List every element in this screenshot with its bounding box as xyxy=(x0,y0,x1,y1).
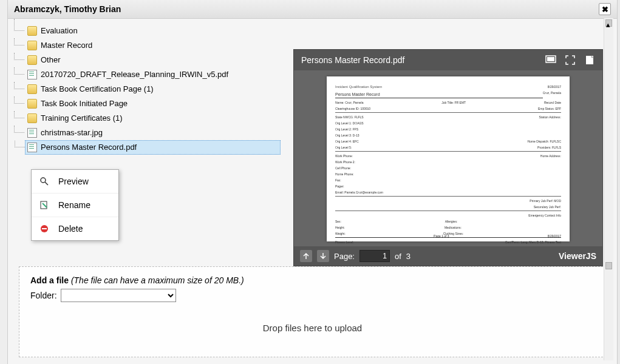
doc-system: Incident Qualification System xyxy=(335,85,382,89)
download-icon[interactable] xyxy=(584,55,595,66)
context-menu: Preview Rename Delete xyxy=(31,169,119,241)
folder-icon xyxy=(27,55,37,65)
tree-item-master-record[interactable]: Master Record xyxy=(25,38,281,53)
context-delete[interactable]: Delete xyxy=(32,217,118,240)
main-area: Evaluation Master Record Other 20170720_… xyxy=(8,19,617,261)
doc-heading: Persons Master Record xyxy=(335,92,543,98)
tree-label: Evaluation xyxy=(41,25,78,36)
scroll-up-button[interactable]: ▴ xyxy=(605,19,612,27)
file-icon xyxy=(27,143,37,152)
folder-icon xyxy=(27,113,37,123)
folder-label: Folder: xyxy=(30,291,57,300)
scrollbar[interactable]: ▴ xyxy=(604,18,613,360)
tree-label: Task Book Certification Page (1) xyxy=(41,84,154,95)
doc-name-tr: Cruz, Pamela xyxy=(543,91,561,98)
context-label: Preview xyxy=(58,177,89,186)
tree-item-initiated-page[interactable]: Task Book Initiated Page xyxy=(25,96,281,111)
background-strip xyxy=(0,0,7,364)
tree-label: Other xyxy=(41,55,61,66)
context-rename[interactable]: Rename xyxy=(32,194,118,217)
upload-title-bold: Add a file xyxy=(30,275,69,285)
fullscreen-icon[interactable] xyxy=(565,55,576,66)
page-input[interactable] xyxy=(359,250,390,262)
close-button[interactable]: ✖ xyxy=(599,3,611,15)
context-preview[interactable]: Preview xyxy=(32,170,118,194)
scroll-thumb[interactable] xyxy=(605,262,612,269)
viewer-header-icons xyxy=(545,55,595,66)
total-pages: 3 xyxy=(406,252,410,261)
tree-label: Task Book Initiated Page xyxy=(41,98,128,109)
prev-page-button[interactable] xyxy=(300,250,312,262)
page-label: Page: xyxy=(334,252,355,261)
svg-line-1 xyxy=(45,182,48,185)
tree-item-evaluation[interactable]: Evaluation xyxy=(25,24,281,38)
svg-point-0 xyxy=(41,178,46,183)
doc-date-br: 8/29/2017 xyxy=(548,234,561,238)
upload-title-note: (The file can have a maximum size of 20 … xyxy=(71,275,244,285)
dialog-title: Abramczyk, Timothy Brian xyxy=(14,4,121,14)
magnifier-icon xyxy=(39,176,50,187)
tree-item-christmas-star[interactable]: christmas-star.jpg xyxy=(25,126,281,140)
tree-label: Persons Master Record.pdf xyxy=(41,142,137,153)
tree-label: Master Record xyxy=(41,40,92,51)
dialog: Abramczyk, Timothy Brian ✖ Evaluation Ma… xyxy=(7,0,618,364)
svg-rect-4 xyxy=(42,228,47,229)
doc-page-footer: Page 1 of 3 xyxy=(434,234,449,238)
delete-icon xyxy=(39,223,50,234)
document-page: Incident Qualification System 8/29/2017 … xyxy=(327,76,570,241)
drop-zone-text[interactable]: Drop files here to upload xyxy=(30,323,594,333)
presentation-icon[interactable] xyxy=(545,55,556,66)
context-label: Delete xyxy=(58,224,83,234)
svg-rect-6 xyxy=(547,57,554,61)
folder-icon xyxy=(27,41,37,50)
upload-title: Add a file (The file can have a maximum … xyxy=(30,275,594,285)
next-page-button[interactable] xyxy=(317,250,329,262)
tree-label: Training Certificates (1) xyxy=(41,113,123,124)
viewer-header: Persons Master Record.pdf xyxy=(294,50,602,70)
tree-item-persons-master[interactable]: Persons Master Record.pdf xyxy=(25,140,281,155)
pdf-viewer: Persons Master Record.pdf Incid xyxy=(293,49,603,266)
folder-icon xyxy=(27,84,37,94)
file-icon xyxy=(27,128,37,138)
tree-item-other[interactable]: Other xyxy=(25,53,281,67)
viewer-title: Persons Master Record.pdf xyxy=(301,55,404,65)
doc-date: 8/29/2017 xyxy=(548,85,561,89)
tree-item-release-pdf[interactable]: 20170720_DRAFT_Release_Planning_IRWIN_v5… xyxy=(25,67,281,82)
file-icon xyxy=(27,70,37,79)
folder-icon xyxy=(27,26,37,36)
folder-select[interactable] xyxy=(61,289,176,302)
dialog-header: Abramczyk, Timothy Brian ✖ xyxy=(8,0,617,19)
context-label: Rename xyxy=(58,200,90,210)
document-area[interactable]: Incident Qualification System 8/29/2017 … xyxy=(294,70,602,246)
viewer-footer: Page: of 3 ViewerJS xyxy=(294,246,602,266)
folder-icon xyxy=(27,99,37,109)
tree-item-training-certs[interactable]: Training Certificates (1) xyxy=(25,111,281,126)
page-sep: of xyxy=(395,252,401,261)
viewer-brand: ViewerJS xyxy=(559,251,596,261)
tree-label: 20170720_DRAFT_Release_Planning_IRWIN_v5… xyxy=(41,69,228,80)
upload-section: Add a file (The file can have a maximum … xyxy=(19,266,606,357)
close-icon: ✖ xyxy=(602,5,608,14)
edit-icon xyxy=(39,200,50,211)
tree-item-cert-page[interactable]: Task Book Certification Page (1) xyxy=(25,82,281,96)
file-tree: Evaluation Master Record Other 20170720_… xyxy=(8,19,284,261)
tree-label: christmas-star.jpg xyxy=(41,127,103,138)
